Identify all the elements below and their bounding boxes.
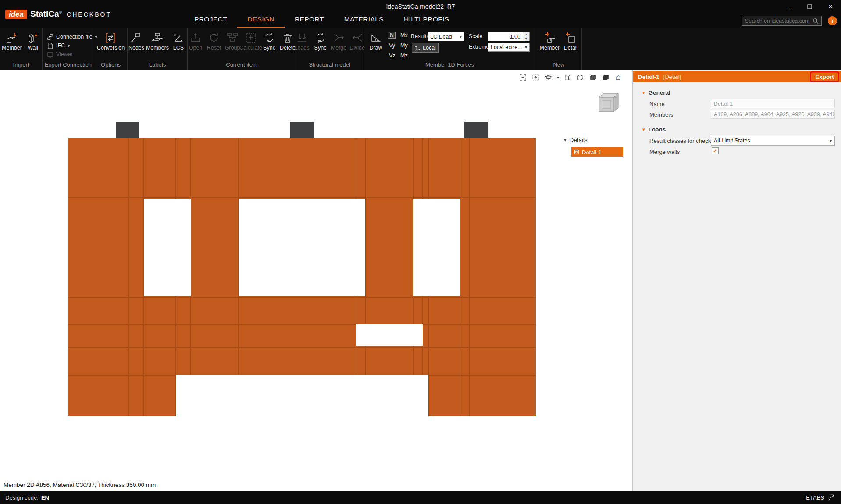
ribbon-empty-space: [582, 28, 841, 70]
results-select[interactable]: LC Dead ▾: [428, 32, 464, 41]
local-toggle[interactable]: Local: [412, 43, 439, 53]
local-axis-icon: [415, 45, 420, 51]
navigation-cube[interactable]: [594, 91, 621, 114]
tab-report[interactable]: REPORT: [285, 12, 334, 28]
group-label: New: [536, 61, 581, 68]
button-label: IFC: [56, 43, 65, 49]
model-viewport[interactable]: ▾ ⌂ ▾ Details Detail-1 Member 2D A856,: [0, 70, 633, 491]
force-toggle-n[interactable]: N: [388, 32, 396, 39]
name-label: Name: [649, 101, 665, 107]
draw-forces-button[interactable]: Draw: [367, 31, 385, 51]
button-label: Loads: [294, 45, 309, 51]
hidden-line-view-icon[interactable]: [576, 73, 584, 82]
wall-opening: [239, 199, 365, 296]
ifc-export-button[interactable]: IFC ▾: [43, 41, 94, 50]
labels-members-button[interactable]: Members: [146, 31, 169, 51]
merge-button: Merge: [330, 31, 348, 51]
merge-walls-checkbox[interactable]: ✓: [712, 147, 719, 154]
details-tree-root[interactable]: ▾ Details: [564, 137, 588, 143]
wall-import-icon: [27, 31, 39, 44]
calculate-icon: [245, 31, 257, 44]
force-toggle-my[interactable]: My: [400, 43, 408, 49]
import-member-button[interactable]: Member: [0, 31, 23, 51]
wall-grid-line-horizontal: [68, 197, 536, 198]
ribbon-group-member-1d-forces: Draw N Vy Vz Mx My Mz Results LC Dead ▾ …: [363, 28, 536, 70]
home-view-icon[interactable]: ⌂: [614, 73, 623, 82]
result-classes-value: All Limit States: [714, 138, 750, 144]
button-label: Sync: [314, 45, 327, 51]
tab-materials[interactable]: MATERIALS: [334, 12, 394, 28]
sync-model-button[interactable]: Sync: [312, 31, 329, 51]
detail-item-icon: [574, 149, 579, 155]
close-button[interactable]: ✕: [820, 0, 841, 13]
zoom-extents-icon[interactable]: [531, 73, 540, 82]
spinner-up-icon[interactable]: ▲: [523, 32, 529, 37]
reset-button: Reset: [205, 31, 223, 51]
scale-input[interactable]: 1.00 ▲▼: [488, 32, 530, 41]
search-input[interactable]: [745, 18, 810, 24]
shaded-view-icon[interactable]: [588, 73, 597, 82]
section-loads[interactable]: ▾ Loads: [642, 126, 666, 133]
members-labels-icon: [152, 31, 163, 44]
result-classes-select[interactable]: All Limit States ▾: [711, 136, 835, 146]
details-tree-label: Details: [570, 137, 588, 143]
button-label: LCS: [173, 45, 184, 51]
extreme-select[interactable]: Local extre... ▾: [488, 43, 530, 52]
close-icon: ✕: [828, 3, 833, 10]
viewer-button: Viewer: [43, 50, 94, 59]
new-member-button[interactable]: Member: [538, 31, 561, 51]
force-toggle-mx[interactable]: Mx: [400, 32, 408, 39]
fit-view-icon[interactable]: [519, 73, 527, 82]
new-detail-icon: [565, 31, 576, 44]
wall-structure[interactable]: [68, 138, 536, 416]
import-wall-button[interactable]: Wall: [24, 31, 42, 51]
conversion-icon: [105, 31, 116, 44]
panel-subtitle: [Detail]: [663, 74, 681, 80]
button-label: Members: [146, 45, 169, 51]
viewport-toolbar: ▾ ⌂: [519, 73, 623, 82]
scale-spinner: ▲▼: [523, 32, 529, 41]
tab-hilti-profis[interactable]: HILTI PROFIS: [394, 12, 460, 28]
button-label: Viewer: [56, 51, 73, 57]
section-general[interactable]: ▾ General: [642, 89, 670, 96]
tab-design[interactable]: DESIGN: [237, 12, 285, 28]
ribbon: Member Wall Import Connection file ▾ IFC…: [0, 28, 841, 70]
merge-icon: [333, 31, 345, 44]
connection-file-icon: [47, 34, 53, 40]
force-toggle-vy[interactable]: Vy: [389, 43, 395, 49]
orbit-icon[interactable]: [544, 73, 553, 82]
spinner-down-icon[interactable]: ▼: [523, 37, 529, 41]
loads-button: Loads: [293, 31, 311, 51]
labels-lcs-button[interactable]: LCS: [170, 31, 187, 51]
chevron-down-icon: ▾: [642, 127, 645, 132]
force-toggle-mz[interactable]: Mz: [400, 53, 408, 59]
annotation-highlight: Export: [810, 71, 839, 82]
button-label: Calculate: [239, 45, 262, 51]
tab-project[interactable]: PROJECT: [184, 12, 237, 28]
members-field: A169, A206, A889, A904, A925, A926, A939…: [711, 110, 835, 119]
info-button[interactable]: i: [828, 16, 837, 25]
sync-item-button[interactable]: Sync: [260, 31, 278, 51]
new-detail-button[interactable]: Detail: [562, 31, 579, 51]
force-toggle-vz[interactable]: Vz: [389, 53, 396, 59]
button-label: Nodes: [128, 45, 144, 51]
ribbon-group-labels: Nodes Members LCS Labels: [128, 28, 188, 70]
labels-nodes-button[interactable]: Nodes: [128, 31, 145, 51]
button-label: Draw: [369, 45, 382, 51]
sync-icon: [264, 31, 275, 44]
view-options-chevron-icon[interactable]: ▾: [557, 75, 559, 80]
tree-item-detail-1[interactable]: Detail-1: [571, 147, 623, 157]
solid-view-icon[interactable]: [601, 73, 610, 82]
app-brand: idea StatiCa® CHECKBOT: [5, 9, 111, 19]
export-button[interactable]: Export: [811, 73, 838, 81]
button-label: Group: [225, 45, 240, 51]
minimize-button[interactable]: –: [778, 0, 799, 13]
member-import-icon: [6, 31, 18, 44]
maximize-button[interactable]: [799, 0, 820, 13]
extreme-label: Extreme: [469, 44, 489, 50]
support-block: [116, 122, 139, 138]
connection-file-button[interactable]: Connection file ▾: [43, 32, 94, 41]
conversion-button[interactable]: Conversion: [96, 31, 126, 51]
wall-opening: [413, 199, 460, 296]
wireframe-view-icon[interactable]: [563, 73, 572, 82]
